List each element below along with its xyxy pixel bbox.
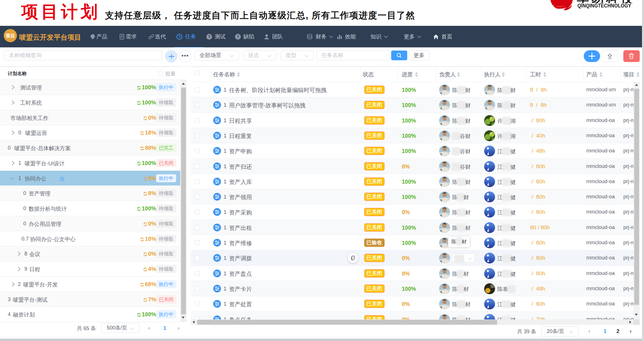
svg-text:?: ? — [208, 34, 211, 39]
svg-text:?: ? — [237, 34, 239, 39]
